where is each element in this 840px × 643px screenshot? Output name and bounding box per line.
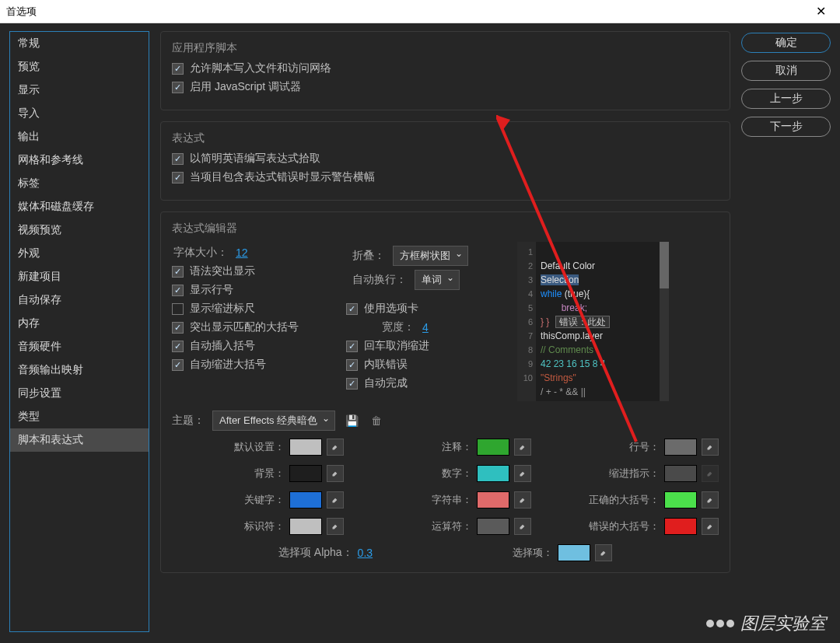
checkbox-allow-write[interactable]: ✓ 允许脚本写入文件和访问网络 (172, 61, 719, 75)
ok-button[interactable]: 确定 (741, 33, 831, 53)
checkbox-auto-brace[interactable]: ✓自动插入括号 (172, 339, 332, 353)
wrap-label: 自动换行： (346, 273, 407, 287)
titlebar: 首选项 ✕ (0, 0, 840, 23)
eyedropper-icon[interactable] (327, 439, 344, 456)
preview-code: Default Color Selection while (true){ br… (536, 242, 660, 401)
save-theme-icon[interactable]: 💾 (343, 412, 360, 429)
checkbox-syntax[interactable]: ✓语法突出显示 (172, 264, 332, 278)
delete-theme-icon[interactable]: 🗑 (368, 412, 385, 429)
checkbox-inline-err[interactable]: ✓内联错误 (346, 358, 506, 372)
eyedropper-icon[interactable] (514, 465, 531, 482)
group-title: 表达式编辑器 (172, 222, 719, 236)
main-panel: 应用程序脚本 ✓ 允许脚本写入文件和访问网络 ✓ 启用 JavaScript 调… (149, 31, 741, 632)
eyedropper-icon[interactable] (327, 518, 344, 535)
eyedropper-icon[interactable] (327, 491, 344, 508)
sel-color-swatch[interactable] (558, 544, 590, 561)
sidebar-item[interactable]: 类型 (10, 405, 149, 428)
sidebar-item[interactable]: 媒体和磁盘缓存 (10, 195, 149, 218)
color-swatch[interactable] (289, 465, 322, 482)
color-swatch[interactable] (289, 439, 322, 456)
color-label: 标识符： (244, 519, 285, 533)
prev-button[interactable]: 上一步 (741, 89, 831, 109)
checkbox-line-no[interactable]: ✓显示行号 (172, 283, 332, 297)
checkbox-indent-scale[interactable]: 显示缩进标尺 (172, 302, 332, 316)
alpha-label: 选择项 Alpha： (278, 546, 353, 560)
preview-scrollbar[interactable] (660, 242, 669, 401)
next-button[interactable]: 下一步 (741, 117, 831, 137)
checkbox-enable-js[interactable]: ✓ 启用 JavaScript 调试器 (172, 80, 719, 94)
checkbox-plain-english[interactable]: ✓ 以简明英语编写表达式拾取 (172, 152, 719, 166)
checkbox-auto-complete[interactable]: ✓自动完成 (346, 376, 506, 390)
width-label: 宽度： (346, 320, 415, 334)
eyedropper-icon[interactable] (702, 491, 719, 508)
font-size-input[interactable]: 12 (236, 246, 248, 259)
checkbox-show-warning[interactable]: ✓ 当项目包含表达式错误时显示警告横幅 (172, 170, 719, 184)
sidebar-item[interactable]: 预览 (10, 55, 149, 79)
eyedropper-icon[interactable] (327, 465, 344, 482)
sidebar-item[interactable]: 自动保存 (10, 288, 149, 312)
checkmark-icon: ✓ (172, 153, 184, 165)
group-app-scripts: 应用程序脚本 ✓ 允许脚本写入文件和访问网络 ✓ 启用 JavaScript 调… (160, 31, 730, 110)
group-editor: 表达式编辑器 字体大小： 12 ✓语法突出显示 ✓显示行号 显示缩 (160, 211, 730, 573)
sidebar-item[interactable]: 输出 (10, 125, 149, 149)
color-label: 缩进指示： (609, 467, 660, 481)
color-swatch[interactable] (477, 518, 509, 535)
color-grid: 默认设置：注释：行号：背景：数字：缩进指示：关键字：字符串：正确的大括号：标识符… (172, 439, 719, 535)
eyedropper-icon[interactable] (514, 439, 531, 456)
sidebar-item[interactable]: 网格和参考线 (10, 149, 149, 172)
close-icon[interactable]: ✕ (808, 1, 834, 22)
color-row: 注释： (359, 439, 531, 456)
sidebar-item[interactable]: 新建项目 (10, 265, 149, 288)
color-swatch[interactable] (664, 518, 697, 535)
color-row: 背景： (172, 465, 344, 482)
sidebar-item[interactable]: 音频输出映射 (10, 358, 149, 382)
color-swatch[interactable] (289, 491, 322, 508)
buttons-column: 确定 取消 上一步 下一步 (741, 31, 831, 632)
eyedropper-icon[interactable] (514, 491, 531, 508)
checkbox-enter-unindent[interactable]: ✓回车取消缩进 (346, 339, 506, 353)
color-row: 数字： (359, 465, 531, 482)
color-swatch[interactable] (477, 491, 509, 508)
color-swatch[interactable] (664, 491, 697, 508)
color-label: 背景： (254, 467, 285, 481)
cancel-button[interactable]: 取消 (741, 61, 831, 81)
checkbox-use-tabs[interactable]: ✓使用选项卡 (346, 302, 506, 316)
eyedropper-icon[interactable] (514, 518, 531, 535)
eyedropper-icon[interactable] (702, 518, 719, 535)
fold-dropdown[interactable]: 方框树状图 (393, 246, 468, 266)
color-swatch[interactable] (477, 465, 509, 482)
color-swatch[interactable] (664, 439, 697, 456)
sidebar-item[interactable]: 音频硬件 (10, 335, 149, 358)
theme-label: 主题： (172, 414, 205, 428)
group-title: 表达式 (172, 131, 719, 145)
color-swatch[interactable] (289, 518, 322, 535)
preview-gutter: 12345678910 (517, 242, 536, 401)
eyedropper-icon[interactable] (702, 439, 719, 456)
sidebar-item[interactable]: 显示 (10, 79, 149, 102)
checkbox-auto-indent-brace[interactable]: ✓自动缩进大括号 (172, 358, 332, 372)
sidebar-item[interactable]: 脚本和表达式 (10, 428, 149, 452)
sidebar-item[interactable]: 外观 (10, 242, 149, 265)
color-label: 数字： (442, 467, 472, 481)
color-swatch[interactable] (477, 439, 509, 456)
editor-preview: 12345678910 Default Color Selection whil… (517, 242, 669, 401)
sidebar-item[interactable]: 视频预览 (10, 218, 149, 242)
color-row: 错误的大括号： (547, 518, 719, 535)
theme-dropdown[interactable]: After Effects 经典暗色 (212, 411, 335, 431)
sidebar-item[interactable]: 常规 (10, 32, 149, 55)
window-title: 首选项 (6, 5, 37, 19)
sidebar-item[interactable]: 导入 (10, 102, 149, 125)
checkbox-label: 允许脚本写入文件和访问网络 (190, 61, 331, 75)
sidebar-item[interactable]: 同步设置 (10, 382, 149, 405)
eyedropper-icon[interactable] (595, 544, 612, 561)
preferences-dialog: 首选项 ✕ 常规预览显示导入输出网格和参考线标签媒体和磁盘缓存视频预览外观新建项… (0, 0, 840, 643)
sidebar-item[interactable]: 标签 (10, 172, 149, 195)
checkbox-label: 以简明英语编写表达式拾取 (190, 152, 320, 166)
sidebar-item[interactable]: 内存 (10, 312, 149, 335)
checkbox-hl-brace[interactable]: ✓突出显示匹配的大括号 (172, 320, 332, 334)
color-swatch[interactable] (664, 465, 697, 482)
wrap-dropdown[interactable]: 单词 (415, 270, 460, 290)
group-title: 应用程序脚本 (172, 41, 719, 55)
tab-width-input[interactable]: 4 (422, 321, 429, 334)
alpha-input[interactable]: 0.3 (358, 547, 373, 559)
